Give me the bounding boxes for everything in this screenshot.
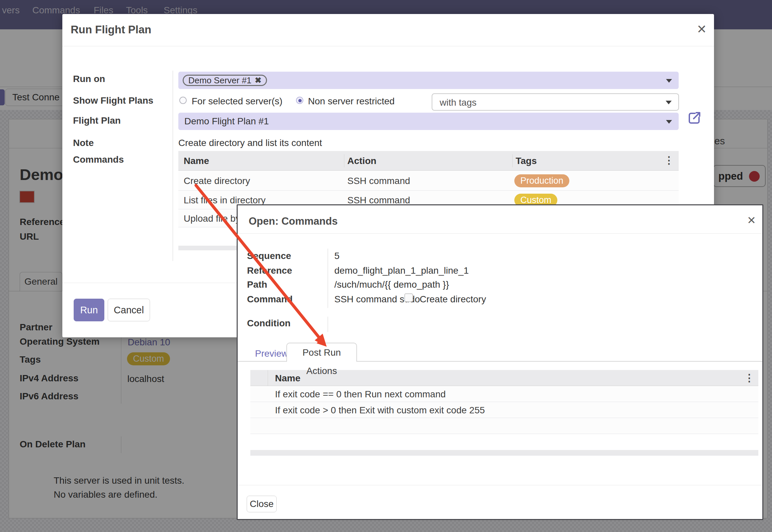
col-tags[interactable]: Tags — [516, 156, 537, 166]
modal-footer-divider — [238, 485, 762, 485]
close-icon[interactable]: ✕ — [747, 214, 756, 226]
command-link[interactable]: Create directory — [420, 294, 486, 305]
header-divider — [512, 154, 513, 167]
radio-for-selected-servers-label[interactable]: For selected server(s) — [192, 96, 282, 107]
run-button[interactable]: Run — [74, 299, 104, 321]
table-row[interactable]: Create directory SSH command Production — [178, 171, 679, 191]
remove-tag-icon[interactable]: ✖ — [255, 76, 261, 85]
radio-non-server-restricted-label[interactable]: Non server restricted — [308, 96, 395, 107]
cell-action: SSH command — [347, 176, 410, 186]
reference-label: Reference — [247, 265, 292, 276]
show-flight-plans-label: Show Flight Plans — [73, 95, 153, 106]
condition-label: Condition — [247, 318, 291, 329]
modal-header-divider — [238, 233, 762, 234]
external-link-icon[interactable] — [686, 110, 702, 126]
chevron-down-icon[interactable] — [666, 79, 672, 83]
modal-header-divider — [62, 46, 714, 46]
path-value: /such/much/{{ demo_path }} — [334, 279, 449, 290]
cell-name[interactable]: If exit code == 0 then Run next command — [275, 389, 446, 400]
commands-table-header: Name Action Tags ⋮ — [178, 151, 679, 171]
modal-title: Open: Commands — [249, 215, 338, 227]
table-row-empty — [250, 418, 758, 434]
kebab-menu-icon[interactable]: ⋮ — [744, 373, 754, 383]
cell-name[interactable]: Create directory — [184, 176, 250, 186]
flight-plan-label: Flight Plan — [73, 115, 121, 126]
col-action[interactable]: Action — [347, 156, 376, 166]
flight-plan-value: Demo Flight Plan #1 — [184, 116, 269, 127]
tag-production: Production — [514, 174, 569, 187]
with-tags-value: with tags — [440, 97, 477, 108]
server-tag-chip: Demo Server #1 ✖ — [183, 75, 267, 86]
modal-title: Run Flight Plan — [71, 23, 151, 36]
run-on-label: Run on — [73, 74, 105, 84]
table-row[interactable]: If exit code == 0 then Run next command — [250, 386, 758, 402]
screen: vers Commands Files Tools Settings Test … — [0, 0, 772, 532]
table-scrollbar[interactable] — [250, 450, 758, 456]
table-row[interactable]: If exit code > 0 then Exit with custom e… — [250, 402, 758, 418]
server-tag-label: Demo Server #1 — [188, 75, 251, 86]
col-name[interactable]: Name — [275, 373, 300, 384]
label-field-divider — [328, 249, 328, 308]
chevron-down-icon[interactable] — [666, 101, 672, 104]
close-icon[interactable]: ✕ — [697, 23, 707, 35]
tab-post-run-actions[interactable]: Post Run Actions — [286, 343, 357, 362]
radio-non-server-restricted[interactable] — [296, 97, 303, 104]
col-name[interactable]: Name — [184, 156, 209, 166]
cell-name[interactable]: If exit code > 0 then Exit with custom e… — [275, 405, 485, 416]
open-commands-modal: Open: Commands ✕ Sequence Reference Path… — [237, 204, 763, 520]
sudo-checkbox[interactable] — [404, 293, 413, 302]
chevron-down-icon[interactable] — [666, 120, 672, 124]
tab-preview[interactable]: Preview — [255, 348, 288, 359]
note-label: Note — [73, 138, 94, 148]
path-label: Path — [247, 279, 267, 290]
flight-plan-select[interactable]: Demo Flight Plan #1 — [178, 113, 679, 130]
close-button[interactable]: Close — [247, 496, 277, 512]
radio-for-selected-servers[interactable] — [179, 97, 187, 104]
reference-value: demo_flight_plan_1_plan_line_1 — [334, 265, 469, 276]
note-value: Create directory and list its content — [178, 138, 322, 148]
with-tags-select[interactable]: with tags — [432, 93, 679, 111]
label-field-divider — [173, 71, 173, 261]
command-label: Command — [247, 294, 293, 305]
cancel-button[interactable]: Cancel — [108, 299, 150, 321]
commands-label: Commands — [73, 154, 124, 165]
cell-name[interactable]: Upload file by — [184, 213, 240, 224]
kebab-menu-icon[interactable]: ⋮ — [664, 156, 674, 165]
sequence-value: 5 — [334, 251, 340, 261]
sequence-label: Sequence — [247, 251, 291, 261]
label-field-divider-2 — [328, 317, 328, 332]
header-divider — [344, 154, 344, 167]
header-divider — [268, 370, 268, 386]
